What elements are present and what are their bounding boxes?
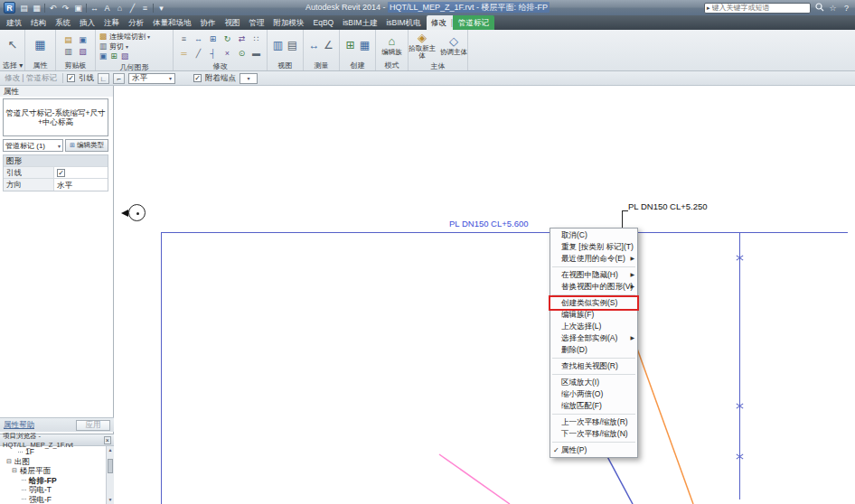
tab-manage[interactable]: 管理 (245, 15, 269, 30)
tab-massing-site[interactable]: 体量和场地 (148, 15, 196, 30)
offset-icon[interactable]: ═ (178, 48, 190, 59)
properties-toggle-button[interactable]: ▦ (34, 39, 45, 51)
thin-lines-icon[interactable]: ≡ (140, 4, 150, 13)
print-icon[interactable]: ▣ (73, 4, 83, 13)
tab-architecture[interactable]: 建筑 (2, 15, 26, 30)
type-preview[interactable]: 管道尺寸标记-系统缩写+尺寸+中心标高 (3, 98, 108, 136)
menu-item-create-similar[interactable]: 创建类似实例(S) (550, 297, 637, 309)
search-toggle-icon[interactable]: ▸ (707, 5, 710, 12)
match-type-icon[interactable]: ▧ (77, 46, 89, 57)
tab-structure[interactable]: 结构 (26, 15, 51, 30)
menu-item-properties[interactable]: ✓属性(P) (550, 444, 637, 456)
edit-type-button[interactable]: ⊞ 编辑类型 (65, 139, 108, 152)
tab-systems[interactable]: 系统 (51, 15, 75, 30)
search-input[interactable] (712, 4, 808, 12)
panel-label-select[interactable]: 选择 ▾ (1, 61, 24, 70)
pick-new-host-button[interactable]: ◈ 拾取新主体 (408, 32, 437, 60)
scroll-up-icon[interactable]: ▲ (107, 447, 114, 453)
cut-geometry-button[interactable]: ▥ 剪切 ▾ (99, 42, 128, 51)
rotate-icon[interactable]: ↻ (221, 33, 233, 44)
measure-icon[interactable]: ↔ (89, 4, 99, 13)
cut-icon[interactable]: ▥ (62, 46, 74, 57)
save-icon[interactable]: ▦ (32, 4, 42, 13)
leader-checkbox[interactable]: ✓ (67, 74, 75, 82)
revit-app-icon[interactable]: R (4, 2, 15, 14)
default-3d-view-icon[interactable]: ⌂ (115, 4, 125, 13)
menu-item-previous-pan-zoom[interactable]: 上一次平移/缩放(R) (550, 416, 637, 428)
scrollbar-thumb[interactable] (108, 459, 113, 473)
paste-icon[interactable]: ▤ (62, 34, 74, 45)
property-orientation-value[interactable]: 水平 (54, 179, 108, 191)
tab-addins[interactable]: 附加模块 (269, 15, 309, 30)
copy-icon[interactable]: ⊞ (207, 33, 219, 44)
properties-help-link[interactable]: 属性帮助 (4, 420, 34, 431)
geometry-extra-tools[interactable]: ▣ ⊞ ▧ (99, 51, 129, 61)
tree-item-elv[interactable]: 弱电-T (22, 485, 114, 495)
move-icon[interactable]: ↔ (193, 33, 204, 44)
tab-annotate[interactable]: 注释 (99, 15, 124, 30)
menu-item-cancel[interactable]: 取消(C) (550, 229, 637, 241)
project-browser-close-icon[interactable]: × (104, 436, 111, 444)
menu-item-next-pan-zoom[interactable]: 下一次平移/缩放(N) (550, 428, 637, 440)
type-selector-dropdown[interactable]: 管道标记 (1) ▾ (3, 139, 63, 152)
scroll-down-icon[interactable]: ▼ (107, 497, 114, 503)
tab-analyze[interactable]: 分析 (124, 15, 148, 30)
leader-format-b-button[interactable]: ⌐ (113, 73, 125, 84)
create-group-icon[interactable]: ⊞ (344, 40, 356, 51)
copy-to-clipboard-icon[interactable]: ▣ (77, 34, 89, 45)
modify-select-button[interactable]: ↖ (8, 39, 18, 51)
unpin-icon[interactable]: ▬ (250, 48, 262, 59)
cope-button[interactable]: ▩ 连接端切割 ▾ (99, 32, 150, 41)
menu-item-edit-family[interactable]: 编辑族(F) (550, 309, 637, 321)
coordinate-host-button[interactable]: ◇ 协调主体 (439, 35, 468, 56)
menu-item-zoom-in-region[interactable]: 区域放大(I) (550, 377, 637, 388)
delete-icon[interactable]: × (221, 48, 233, 59)
redo-icon[interactable]: ↷ (61, 4, 70, 13)
tab-eqbq[interactable]: EqBQ (309, 15, 339, 30)
tab-modify-contextual[interactable]: 修改 | 管道标记 (427, 15, 494, 30)
project-browser-scrollbar[interactable]: ▲ ▼ (106, 446, 114, 504)
tree-item-sheets[interactable]: ⊟出图 (5, 457, 114, 467)
tree-item-1f[interactable]: 1F (18, 447, 114, 457)
tab-isbim-mep[interactable]: isBIM机电 (381, 15, 425, 30)
measure-length-icon[interactable]: ↔ (308, 40, 320, 51)
trim-icon[interactable]: ┤ (207, 48, 219, 59)
property-leader-value[interactable]: ✓ (54, 167, 108, 178)
open-icon[interactable]: ▤ (19, 4, 29, 13)
attach-end-checkbox[interactable]: ✓ (193, 74, 202, 82)
create-similar-icon[interactable]: ▦ (359, 40, 371, 51)
menu-item-repeat[interactable]: 重复 [按类别 标记](T) (550, 241, 637, 253)
align-icon[interactable]: ≡ (178, 33, 190, 44)
measure-angle-icon[interactable]: ∠ (323, 40, 334, 51)
collapse-icon[interactable]: ⊟ (11, 466, 18, 476)
split-icon[interactable]: ╱ (193, 48, 204, 59)
tab-isbim-structure[interactable]: isBIM土建 (338, 15, 381, 30)
edit-family-button[interactable]: ⌂ 编辑族 (378, 35, 407, 56)
menu-item-recent-commands[interactable]: 最近使用的命令(E)▶ (550, 253, 637, 265)
tab-insert[interactable]: 插入 (75, 15, 99, 30)
menu-item-find-referring-views[interactable]: 查找相关视图(R) (550, 360, 637, 372)
menu-item-zoom-to-fit[interactable]: 缩放匹配(F) (550, 400, 637, 412)
tree-item-plumbing-fp[interactable]: 给排-FP (22, 476, 114, 486)
leader-format-a-button[interactable]: ∟ (98, 73, 109, 84)
mirror-icon[interactable]: ⇄ (236, 33, 248, 44)
orientation-dropdown[interactable]: 水平 ▾ (128, 73, 175, 84)
array-icon[interactable]: ∷ (250, 33, 262, 44)
favorites-icon[interactable]: ☆ (828, 4, 838, 13)
thin-lines-tool-icon[interactable]: ▥ (272, 40, 284, 51)
menu-item-zoom-out-2x[interactable]: 缩小两倍(O) (550, 388, 637, 400)
menu-item-delete[interactable]: 删除(D) (550, 344, 637, 356)
tree-item-power[interactable]: 强电-F (22, 495, 114, 504)
menu-item-last-selection[interactable]: 上次选择(L) (550, 321, 637, 332)
pin-icon[interactable]: ⊙ (236, 48, 248, 59)
menu-item-hide-in-view[interactable]: 在视图中隐藏(H)▶ (550, 269, 637, 281)
apply-button[interactable]: 应用 (76, 420, 110, 431)
tab-view[interactable]: 视图 (221, 15, 245, 30)
section-icon[interactable]: ╱ (127, 4, 137, 13)
pink-pipe-line[interactable] (439, 454, 510, 504)
customize-qat-dropdown-icon[interactable]: ▾ (156, 4, 166, 13)
attach-end-dropdown[interactable]: ▾ (240, 73, 258, 84)
drawing-canvas[interactable]: PL DN150 CL+5.600 PL DN150 CL+5.250 取消(C… (114, 86, 855, 504)
property-leader-checkbox[interactable]: ✓ (57, 169, 65, 177)
collapse-icon[interactable]: ⊟ (5, 457, 13, 467)
